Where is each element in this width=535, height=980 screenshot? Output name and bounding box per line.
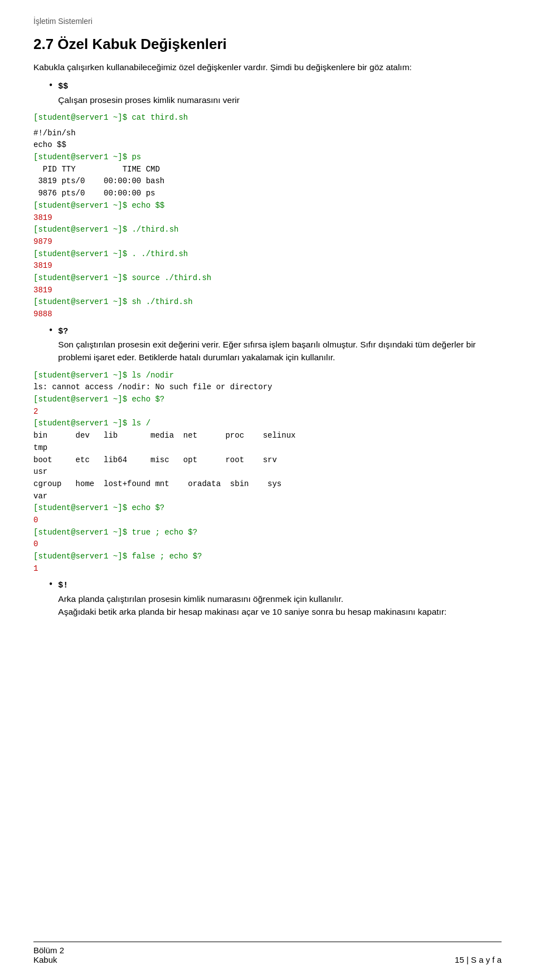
bullet-section-exclaim: • $! Arka planda çalıştırılan prosesin k… — [49, 578, 502, 618]
bullet-content-q: $? Son çalıştırılan prosesin exit değeri… — [58, 324, 502, 364]
page-footer: Bölüm 2 Kabuk 15 | S a y f a — [33, 942, 502, 964]
bullet-dot-ss: • — [49, 80, 52, 91]
intro-paragraph: Kabukla çalışırken kullanabileceğimiz öz… — [33, 61, 502, 74]
bullet-dot-q: • — [49, 325, 52, 336]
bullet-label-ss: $$ — [58, 82, 68, 91]
cb-r9888: 9888 — [33, 310, 52, 318]
bullet-desc-exclaim2: Aşağıdaki betik arka planda bir hesap ma… — [58, 607, 446, 616]
cb-ls-err: ls: cannot access /nodir: No such file o… — [33, 383, 272, 391]
bullet-desc-exclaim: Arka planda çalıştırılan prosesin kimlik… — [58, 594, 343, 604]
footer-left: Bölüm 2 Kabuk — [33, 945, 64, 964]
cb-shebang: #!/bin/sh echo $$ — [33, 129, 76, 150]
cb-r0: 0 — [33, 516, 38, 525]
page-header: İşletim Sistemleri — [33, 17, 502, 26]
footer-sub: Kabuk — [33, 955, 64, 964]
cb-run-third2: [student@server1 ~]$ . ./third.sh — [33, 249, 188, 258]
cb-echo-ss-cmd: [student@server1 ~]$ echo $$ — [33, 201, 164, 210]
cb-echo-q2: [student@server1 ~]$ echo $? — [33, 503, 164, 512]
code-green-cat: [student@server1 ~]$ cat third.sh — [33, 113, 188, 122]
header-title: İşletim Sistemleri — [33, 17, 93, 26]
bullet-section-ss: • $$ Çalışan prosesin proses kimlik numa… — [49, 79, 502, 106]
cb-r3819-2: 3819 — [33, 261, 52, 270]
cb-true: [student@server1 ~]$ true ; echo $? — [33, 528, 197, 537]
bullet-content-ss: $$ Çalışan prosesin proses kimlik numara… — [58, 79, 240, 106]
cb-ls-o1: bin dev lib media net proc selinux tmp b… — [33, 431, 295, 500]
cb-source: [student@server1 ~]$ source ./third.sh — [33, 273, 211, 282]
footer-chapter: Bölüm 2 — [33, 945, 64, 955]
code-shebang: #!/bin/sh echo $$ [student@server1 ~]$ p… — [33, 128, 502, 321]
cb-ls-nodir: [student@server1 ~]$ ls /nodir — [33, 371, 174, 380]
section-heading: 2.7 Özel Kabuk Değişkenleri — [33, 36, 502, 53]
bullet-section-q: • $? Son çalıştırılan prosesin exit değe… — [49, 324, 502, 364]
bullet-label-q: $? — [58, 327, 68, 336]
bullet-item-exclaim: • $! Arka planda çalıştırılan prosesin k… — [49, 578, 502, 618]
cb-r3819-3: 3819 — [33, 286, 52, 295]
bullet-item-q: • $? Son çalıştırılan prosesin exit değe… — [49, 324, 502, 364]
cb-r0b: 0 — [33, 540, 38, 548]
code-cat-command: [student@server1 ~]$ cat third.sh — [33, 112, 502, 124]
cb-r2: 2 — [33, 407, 38, 416]
cb-echo-q1: [student@server1 ~]$ echo $? — [33, 395, 164, 404]
code-block-q: [student@server1 ~]$ ls /nodir ls: canno… — [33, 370, 502, 575]
cb-r3819-1: 3819 — [33, 213, 52, 222]
cb-sh: [student@server1 ~]$ sh ./third.sh — [33, 297, 193, 306]
cb-ps-hdr: PID TTY TIME CMD 3819 pts/0 00:00:00 bas… — [33, 165, 164, 198]
bullet-desc-q: Son çalıştırılan prosesin exit değerini … — [58, 340, 475, 362]
cb-run-third: [student@server1 ~]$ ./third.sh — [33, 225, 178, 234]
cb-false: [student@server1 ~]$ false ; echo $? — [33, 552, 202, 561]
bullet-label-exclaim: $! — [58, 581, 68, 590]
cb-r1: 1 — [33, 564, 38, 573]
cb-ls-root: [student@server1 ~]$ ls / — [33, 419, 150, 428]
bullet-content-exclaim: $! Arka planda çalıştırılan prosesin kim… — [58, 578, 446, 618]
bullet-desc-ss: Çalışan prosesin proses kimlik numarasın… — [58, 95, 240, 105]
cb-ps-cmd: [student@server1 ~]$ ps — [33, 153, 141, 161]
cb-r9879: 9879 — [33, 237, 52, 246]
bullet-dot-exclaim: • — [49, 579, 52, 590]
footer-page: 15 | S a y f a — [455, 955, 502, 964]
bullet-item-ss: • $$ Çalışan prosesin proses kimlik numa… — [49, 79, 502, 106]
